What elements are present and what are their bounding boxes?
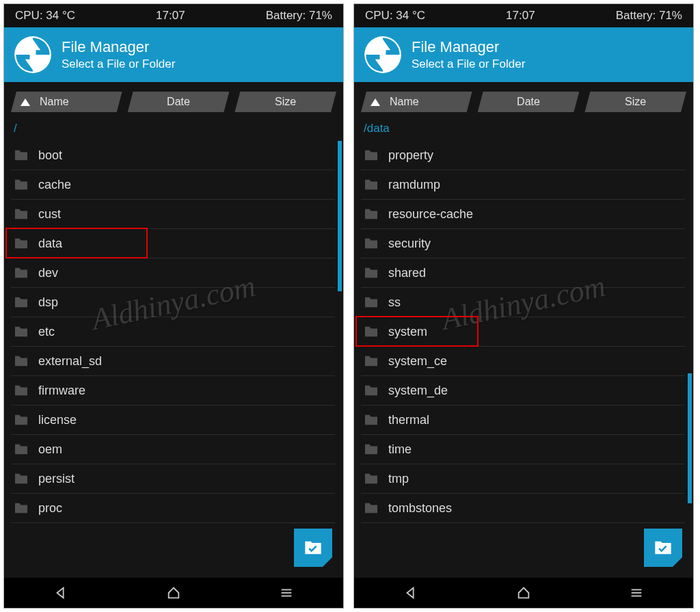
folder-name: ss xyxy=(388,295,401,310)
app-header: File Manager Select a File or Folder xyxy=(354,27,693,82)
folder-row[interactable]: persist xyxy=(11,464,335,494)
folder-name: thermal xyxy=(388,413,429,427)
app-header: File Manager Select a File or Folder xyxy=(4,27,343,82)
status-bar: CPU: 34 °C 17:07 Battery: 71% xyxy=(4,4,343,27)
folder-name: boot xyxy=(38,148,62,163)
sort-bar: Name Date Size xyxy=(4,82,343,119)
folder-row[interactable]: property xyxy=(361,141,685,170)
twrp-logo-icon xyxy=(14,36,52,74)
folder-name: data xyxy=(38,237,62,251)
folder-row[interactable]: cache xyxy=(11,170,335,200)
nav-back-icon[interactable] xyxy=(53,585,68,600)
nav-bar xyxy=(354,578,693,608)
folder-name: etc xyxy=(38,325,55,339)
folder-name: system xyxy=(388,325,427,339)
sort-name-button[interactable]: Name xyxy=(361,92,472,112)
status-bar: CPU: 34 °C 17:07 Battery: 71% xyxy=(354,4,693,27)
folder-row[interactable]: resource-cache xyxy=(361,200,685,229)
sort-name-button[interactable]: Name xyxy=(11,92,122,112)
folder-row[interactable]: system xyxy=(361,317,685,347)
sort-date-label: Date xyxy=(517,96,540,108)
folder-row[interactable]: time xyxy=(361,435,685,464)
status-cpu: CPU: 34 °C xyxy=(15,9,75,23)
phone-left: CPU: 34 °C 17:07 Battery: 71% File Manag… xyxy=(3,3,344,609)
nav-home-icon[interactable] xyxy=(516,585,531,600)
phone-right: CPU: 34 °C 17:07 Battery: 71% File Manag… xyxy=(353,3,694,609)
folder-name: tmp xyxy=(388,472,409,486)
app-title: File Manager xyxy=(62,38,175,56)
file-list-left[interactable]: bootcachecustdatadevdspetcexternal_sdfir… xyxy=(4,141,343,578)
folder-row[interactable]: license xyxy=(11,405,335,435)
sort-asc-icon xyxy=(21,98,30,106)
folder-name: external_sd xyxy=(38,354,102,369)
nav-bar xyxy=(4,578,343,608)
status-time: 17:07 xyxy=(506,9,535,23)
select-fab[interactable] xyxy=(294,529,332,567)
folder-row[interactable]: firmware xyxy=(11,376,335,405)
status-time: 17:07 xyxy=(156,9,185,23)
app-subtitle: Select a File or Folder xyxy=(62,57,175,71)
folder-row[interactable]: external_sd xyxy=(11,347,335,376)
scroll-indicator[interactable] xyxy=(688,373,692,503)
sort-date-label: Date xyxy=(167,96,190,108)
folder-row[interactable]: security xyxy=(361,229,685,258)
folder-name: cust xyxy=(38,207,61,222)
folder-name: system_ce xyxy=(388,354,447,369)
folder-row[interactable]: cust xyxy=(11,200,335,229)
sort-asc-icon xyxy=(371,98,380,106)
folder-name: license xyxy=(38,413,77,427)
folder-row[interactable]: ss xyxy=(361,288,685,317)
folder-row[interactable]: thermal xyxy=(361,405,685,435)
folder-row[interactable]: tmp xyxy=(361,464,685,494)
sort-size-label: Size xyxy=(275,96,296,108)
sort-bar: Name Date Size xyxy=(354,82,693,119)
folder-name: firmware xyxy=(38,384,85,398)
folder-row[interactable]: ramdump xyxy=(361,170,685,200)
folder-name: shared xyxy=(388,266,426,280)
folder-row[interactable]: dev xyxy=(11,258,335,288)
folder-name: security xyxy=(388,237,431,251)
folder-check-icon xyxy=(304,540,323,556)
folder-name: oem xyxy=(38,442,62,457)
folder-row[interactable]: shared xyxy=(361,258,685,288)
path-bar: / xyxy=(4,119,343,141)
folder-row[interactable]: tombstones xyxy=(361,494,685,523)
nav-back-icon[interactable] xyxy=(403,585,418,600)
folder-name: resource-cache xyxy=(388,207,473,222)
path-bar: /data xyxy=(354,119,693,141)
select-fab[interactable] xyxy=(644,529,682,567)
sort-name-label: Name xyxy=(40,96,69,108)
folder-row[interactable]: oem xyxy=(11,435,335,464)
folder-name: ramdump xyxy=(388,178,440,192)
status-cpu: CPU: 34 °C xyxy=(365,9,425,23)
folder-name: tombstones xyxy=(388,501,452,516)
status-battery: Battery: 71% xyxy=(266,9,332,23)
sort-size-label: Size xyxy=(625,96,646,108)
folder-check-icon xyxy=(654,540,673,556)
sort-date-button[interactable]: Date xyxy=(478,92,580,112)
folder-name: persist xyxy=(38,472,75,486)
sort-date-button[interactable]: Date xyxy=(128,92,230,112)
scroll-indicator[interactable] xyxy=(338,141,342,291)
file-list-right[interactable]: propertyramdumpresource-cachesecuritysha… xyxy=(354,141,693,578)
nav-home-icon[interactable] xyxy=(166,585,181,600)
folder-row[interactable]: dsp xyxy=(11,288,335,317)
folder-row[interactable]: proc xyxy=(11,494,335,523)
folder-row[interactable]: system_ce xyxy=(361,347,685,376)
twrp-logo-icon xyxy=(364,36,402,74)
sort-size-button[interactable]: Size xyxy=(584,92,686,112)
folder-name: dsp xyxy=(38,295,58,310)
app-subtitle: Select a File or Folder xyxy=(412,57,525,71)
folder-name: cache xyxy=(38,178,71,192)
sort-size-button[interactable]: Size xyxy=(234,92,336,112)
folder-name: property xyxy=(388,148,433,163)
folder-name: dev xyxy=(38,266,58,280)
nav-menu-icon[interactable] xyxy=(629,585,644,600)
folder-row[interactable]: system_de xyxy=(361,376,685,405)
nav-menu-icon[interactable] xyxy=(279,585,294,600)
status-battery: Battery: 71% xyxy=(616,9,682,23)
folder-row[interactable]: etc xyxy=(11,317,335,347)
folder-row[interactable]: boot xyxy=(11,141,335,170)
folder-name: system_de xyxy=(388,384,448,398)
folder-row[interactable]: data xyxy=(11,229,335,258)
